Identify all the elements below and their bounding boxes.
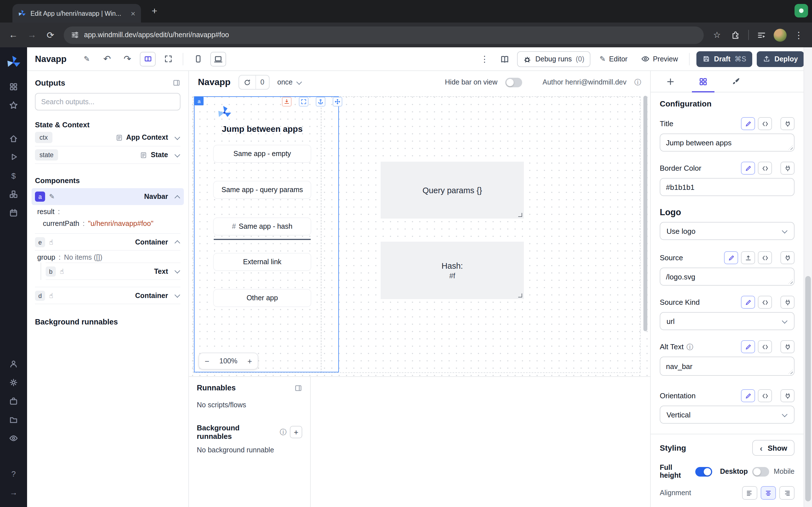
debug-runs-button[interactable]: Debug runs (0)	[517, 51, 591, 67]
align-right-button[interactable]	[779, 486, 795, 500]
result-key-row[interactable]: result :	[35, 205, 181, 217]
alt-text-input[interactable]	[660, 356, 795, 376]
hide-bar-toggle[interactable]	[505, 77, 522, 87]
audit-eye-icon[interactable]	[0, 429, 27, 447]
query-params-container[interactable]: Query params {}	[380, 162, 524, 219]
expand-down-action[interactable]	[282, 97, 292, 107]
window-scrollbar[interactable]	[804, 47, 812, 507]
extensions-icon[interactable]	[727, 26, 744, 44]
back-button[interactable]: ←	[4, 26, 22, 44]
static-editor-pencil-button[interactable]	[741, 162, 755, 175]
settings-gear-icon[interactable]	[0, 373, 27, 392]
docs-book-icon[interactable]	[497, 52, 513, 66]
component-row-container-d[interactable]: d ☝ Container	[35, 287, 181, 304]
info-icon[interactable]: ⓘ	[280, 429, 287, 436]
nav-link-same-app-empty[interactable]: Same app - empty	[214, 145, 311, 162]
refresh-icon[interactable]	[239, 75, 255, 89]
new-tab-button[interactable]: +	[148, 4, 161, 18]
scrollbar-thumb[interactable]	[805, 276, 811, 501]
title-input[interactable]	[660, 133, 795, 152]
zoom-out-button[interactable]: −	[205, 356, 209, 365]
connect-plug-button[interactable]	[780, 389, 795, 402]
component-row-navbar[interactable]: a ✎ Navbar	[32, 188, 184, 205]
source-input[interactable]	[660, 268, 795, 286]
anchor-action[interactable]	[316, 97, 325, 107]
favorites-star-icon[interactable]	[0, 96, 27, 114]
border-color-input[interactable]	[660, 178, 795, 196]
run-mode-select[interactable]: once	[277, 78, 302, 86]
tab-close-icon[interactable]: ×	[131, 9, 135, 17]
refresh-group[interactable]: 0	[239, 75, 269, 90]
collapse-rail-icon[interactable]: →	[0, 483, 27, 501]
group-row[interactable]: group : No items ([])	[35, 251, 181, 263]
undo-button[interactable]: ↶	[99, 52, 115, 66]
resize-handle[interactable]	[518, 293, 522, 297]
nav-link-query-params[interactable]: Same app - query params	[214, 181, 311, 198]
folders-icon[interactable]	[0, 410, 27, 429]
fullscreen-action[interactable]	[299, 97, 308, 107]
url-bar[interactable]: app.windmill.dev/apps/edit/u/henri/navap…	[64, 26, 704, 44]
nav-link-external[interactable]: External link	[214, 253, 311, 270]
bookmark-star-icon[interactable]: ☆	[708, 26, 726, 44]
desktop-view-icon[interactable]	[210, 52, 226, 66]
browser-tab[interactable]: Edit App u/henri/navapp | Win... ×	[12, 4, 141, 22]
static-editor-pencil-button[interactable]	[741, 340, 755, 353]
move-action[interactable]	[333, 97, 342, 107]
edit-component-icon[interactable]: ✎	[49, 193, 55, 200]
preview-mode-button[interactable]: Preview	[637, 55, 682, 63]
tab-global-styling[interactable]	[719, 71, 752, 92]
mobile-view-icon[interactable]	[190, 52, 206, 66]
more-menu-icon[interactable]: ⋮	[477, 52, 493, 66]
browser-menu-icon[interactable]: ⋮	[790, 26, 808, 44]
search-outputs-input[interactable]	[35, 93, 181, 110]
connect-plug-button[interactable]	[780, 117, 795, 130]
expression-code-button[interactable]	[758, 389, 772, 402]
ctx-row[interactable]: ctx App Context	[35, 129, 181, 147]
static-editor-pencil-button[interactable]	[741, 117, 755, 130]
windmill-logo[interactable]	[0, 53, 27, 71]
currentpath-row[interactable]: currentPath : "u/henri/navapp#foo"	[35, 217, 181, 229]
upload-button[interactable]	[741, 251, 755, 264]
draft-button[interactable]: Draft ⌘S	[697, 51, 753, 67]
tab-component-settings[interactable]	[687, 71, 719, 92]
align-left-button[interactable]	[742, 486, 757, 500]
state-row[interactable]: state State	[35, 147, 181, 164]
static-editor-pencil-button[interactable]	[741, 296, 755, 309]
static-editor-pencil-button[interactable]	[724, 251, 738, 264]
logo-mode-select[interactable]: Use logo	[660, 222, 795, 240]
resources-icon[interactable]	[0, 185, 27, 203]
schedules-calendar-icon[interactable]	[0, 203, 27, 222]
fullscreen-expand-icon[interactable]	[160, 52, 176, 66]
show-styling-button[interactable]: ‹ Show	[753, 440, 795, 456]
expression-code-button[interactable]	[758, 251, 772, 264]
collapse-panel-icon[interactable]	[294, 384, 302, 392]
add-background-runnable-button[interactable]: +	[290, 426, 302, 438]
runs-play-icon[interactable]	[0, 148, 27, 166]
editor-mode-button[interactable]: ✎ Editor	[595, 55, 632, 63]
info-icon[interactable]: ⓘ	[635, 79, 641, 86]
media-controls-icon[interactable]	[753, 26, 770, 44]
nav-link-other-app[interactable]: Other app	[214, 290, 311, 306]
connect-plug-button[interactable]	[780, 340, 795, 353]
full-height-toggle[interactable]	[695, 467, 712, 476]
deploy-button[interactable]: Deploy	[757, 51, 804, 67]
redo-button[interactable]: ↷	[119, 52, 135, 66]
connect-plug-button[interactable]	[780, 296, 795, 309]
edit-app-name-icon[interactable]: ✎	[79, 52, 95, 66]
profile-avatar[interactable]	[774, 29, 786, 41]
screen-share-badge[interactable]	[795, 4, 808, 17]
connect-plug-button[interactable]	[780, 162, 795, 175]
align-center-button[interactable]	[761, 486, 776, 500]
zoom-in-button[interactable]: +	[248, 356, 252, 365]
app-canvas[interactable]: a Jump between apps Same app - empty Sam…	[189, 94, 650, 376]
reload-button[interactable]: ⟳	[42, 26, 59, 44]
info-icon[interactable]: ⓘ	[687, 343, 693, 350]
component-row-container-e[interactable]: e ☝ Container	[35, 233, 181, 251]
orientation-select[interactable]: Vertical	[660, 406, 795, 424]
nav-link-same-app-hash[interactable]: # Same app - hash	[214, 218, 311, 235]
apps-grid-icon[interactable]	[0, 77, 27, 96]
home-icon[interactable]	[0, 129, 27, 148]
user-icon[interactable]	[0, 354, 27, 373]
connect-plug-button[interactable]	[780, 251, 795, 264]
source-kind-select[interactable]: url	[660, 312, 795, 330]
